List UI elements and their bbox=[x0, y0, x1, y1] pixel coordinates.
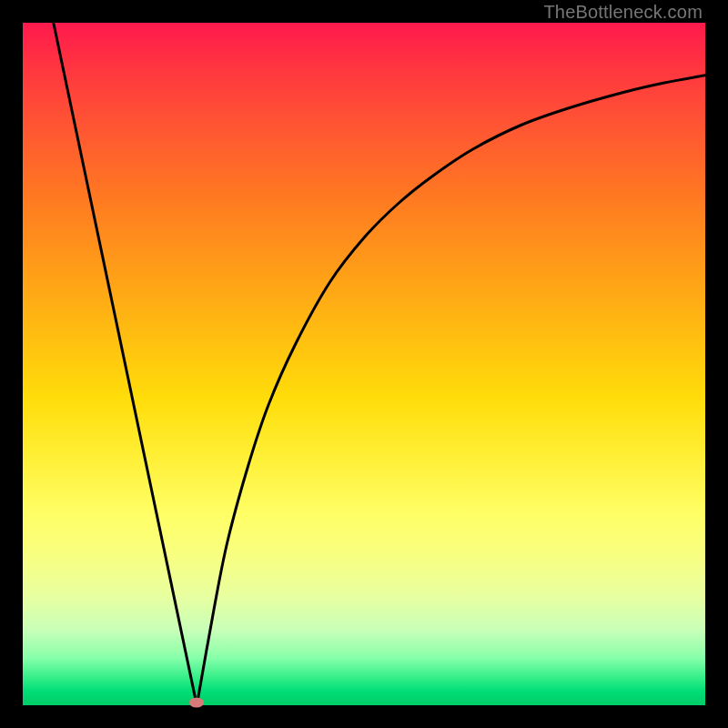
attribution-label: TheBottleneck.com bbox=[543, 2, 703, 23]
minimum-marker bbox=[189, 698, 204, 708]
plot-area bbox=[23, 23, 705, 705]
curve-path bbox=[54, 23, 705, 705]
bottleneck-curve bbox=[23, 23, 705, 705]
chart-container: TheBottleneck.com bbox=[0, 0, 728, 728]
